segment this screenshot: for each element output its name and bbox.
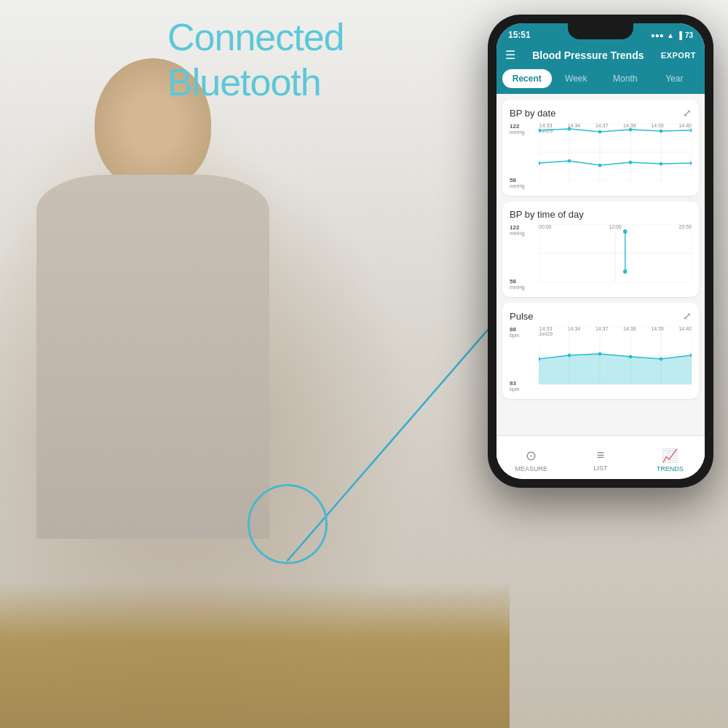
svg-point-17 bbox=[568, 159, 571, 163]
bp-by-date-card: BP by date ⤢ 122 mmHg 58 mmHg bbox=[502, 100, 699, 196]
menu-button[interactable]: ☰ bbox=[505, 48, 515, 62]
tab-bar: Recent Week Month Year bbox=[496, 69, 705, 94]
tab-week[interactable]: Week bbox=[552, 69, 601, 88]
chart2-area: 122 mmHg 58 mmHg bbox=[510, 224, 692, 290]
chart2-y-top: 122 mmHg bbox=[510, 224, 539, 236]
battery-level: 73 bbox=[685, 31, 693, 39]
phone-screen: 15:51 ●●● ▲ ▐ 73 ☰ Blood Pressure Trends… bbox=[496, 23, 705, 479]
nav-measure-label: MEASURE bbox=[515, 465, 547, 472]
chart3-expand-icon[interactable]: ⤢ bbox=[683, 310, 692, 322]
chart2-header: BP by time of day bbox=[510, 209, 692, 220]
status-time: 15:51 bbox=[508, 30, 531, 40]
svg-point-43 bbox=[598, 352, 602, 356]
measure-icon: ⊙ bbox=[526, 448, 537, 464]
pulse-card: Pulse ⤢ 88 bpm 83 bpm bbox=[502, 303, 699, 399]
chart2-plot bbox=[539, 224, 692, 282]
chart3-title: Pulse bbox=[510, 311, 534, 322]
phone-notch bbox=[568, 23, 633, 39]
svg-point-44 bbox=[629, 355, 633, 359]
chart3-plot bbox=[539, 326, 692, 384]
chart1-area: 122 mmHg 58 mmHg bbox=[510, 123, 692, 189]
bottom-nav: ⊙ MEASURE ≡ LIST 📈 TRENDS bbox=[496, 435, 705, 479]
chart2-y-axis: 122 mmHg 58 mmHg bbox=[510, 224, 539, 290]
chart2-title: BP by time of day bbox=[510, 209, 584, 220]
headline: Connected Bluetooth bbox=[167, 15, 344, 106]
tab-year[interactable]: Year bbox=[650, 69, 700, 88]
chart3-y-bottom: 83 bpm bbox=[510, 380, 539, 392]
chart1-y-bottom: 58 mmHg bbox=[510, 177, 539, 189]
export-button[interactable]: EXPORT bbox=[661, 51, 696, 60]
nav-list[interactable]: ≡ LIST bbox=[566, 443, 635, 472]
svg-point-20 bbox=[660, 162, 663, 166]
chart3-area: 88 bpm 83 bpm bbox=[510, 326, 692, 392]
app-title: Blood Pressure Trends bbox=[532, 50, 644, 61]
svg-point-13 bbox=[629, 128, 633, 132]
nav-trends[interactable]: 📈 TRENDS bbox=[636, 443, 705, 472]
chart1-y-axis: 122 mmHg 58 mmHg bbox=[510, 123, 539, 189]
svg-point-42 bbox=[568, 354, 571, 357]
svg-point-29 bbox=[623, 229, 627, 234]
nav-measure[interactable]: ⊙ MEASURE bbox=[496, 443, 566, 472]
chart3-header: Pulse ⤢ bbox=[510, 310, 692, 322]
svg-point-45 bbox=[660, 357, 663, 361]
nav-list-label: LIST bbox=[593, 464, 607, 472]
svg-point-11 bbox=[568, 127, 571, 131]
phone-circle-highlight bbox=[248, 484, 328, 564]
chart1-plot bbox=[539, 123, 692, 181]
svg-point-15 bbox=[690, 129, 692, 132]
list-icon: ≡ bbox=[597, 448, 605, 463]
phone-frame: 15:51 ●●● ▲ ▐ 73 ☰ Blood Pressure Trends… bbox=[488, 15, 713, 488]
svg-point-12 bbox=[598, 130, 602, 134]
nav-trends-label: TRENDS bbox=[657, 465, 684, 472]
person-body bbox=[36, 175, 269, 539]
battery-icon: ▐ bbox=[677, 31, 682, 39]
svg-point-21 bbox=[690, 162, 692, 165]
wifi-icon: ▲ bbox=[667, 31, 674, 39]
chart3-y-axis: 88 bpm 83 bpm bbox=[510, 326, 539, 392]
tab-recent[interactable]: Recent bbox=[502, 69, 552, 88]
tab-month[interactable]: Month bbox=[601, 69, 650, 88]
headline-line1: Connected bbox=[167, 15, 344, 60]
svg-point-14 bbox=[660, 130, 663, 133]
svg-point-16 bbox=[539, 162, 540, 165]
svg-point-18 bbox=[598, 164, 602, 167]
svg-point-19 bbox=[629, 161, 633, 165]
table-surface bbox=[0, 582, 510, 728]
chart3-y-top: 88 bpm bbox=[510, 326, 539, 338]
svg-point-30 bbox=[623, 269, 627, 274]
chart1-title: BP by date bbox=[510, 108, 555, 119]
headline-line2: Bluetooth bbox=[167, 60, 344, 105]
svg-point-10 bbox=[539, 129, 540, 132]
content-area: BP by date ⤢ 122 mmHg 58 mmHg bbox=[496, 94, 705, 466]
chart2-y-bottom: 58 mmHg bbox=[510, 278, 539, 290]
trends-icon: 📈 bbox=[662, 448, 678, 464]
chart1-header: BP by date ⤢ bbox=[510, 107, 692, 119]
bp-by-time-card: BP by time of day 122 mmHg 58 mmHg bbox=[502, 202, 699, 297]
status-icons: ●●● ▲ ▐ 73 bbox=[651, 31, 693, 39]
chart1-y-top: 122 mmHg bbox=[510, 123, 539, 135]
chart1-expand-icon[interactable]: ⤢ bbox=[683, 107, 692, 119]
signal-icon: ●●● bbox=[651, 31, 664, 39]
app-header: ☰ Blood Pressure Trends EXPORT bbox=[496, 44, 705, 69]
